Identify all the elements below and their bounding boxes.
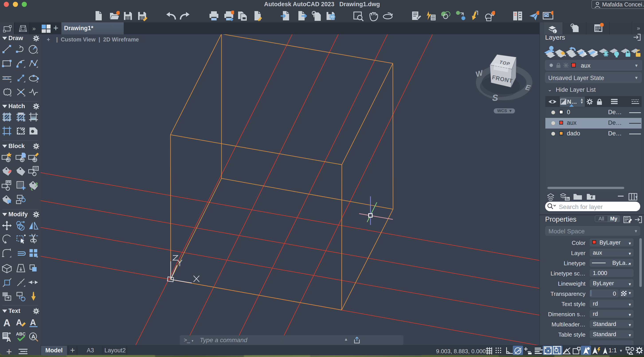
svg-text:A: A (30, 318, 36, 327)
svg-text:A: A (31, 333, 36, 340)
svg-text:A: A (16, 318, 22, 327)
svg-text:A: A (6, 336, 11, 342)
svg-text:S: S (492, 93, 498, 103)
svg-text:B: B (555, 346, 557, 350)
svg-text:A: A (3, 317, 10, 328)
svg-text:i: i (554, 30, 555, 33)
svg-text:ABC: ABC (16, 332, 26, 337)
